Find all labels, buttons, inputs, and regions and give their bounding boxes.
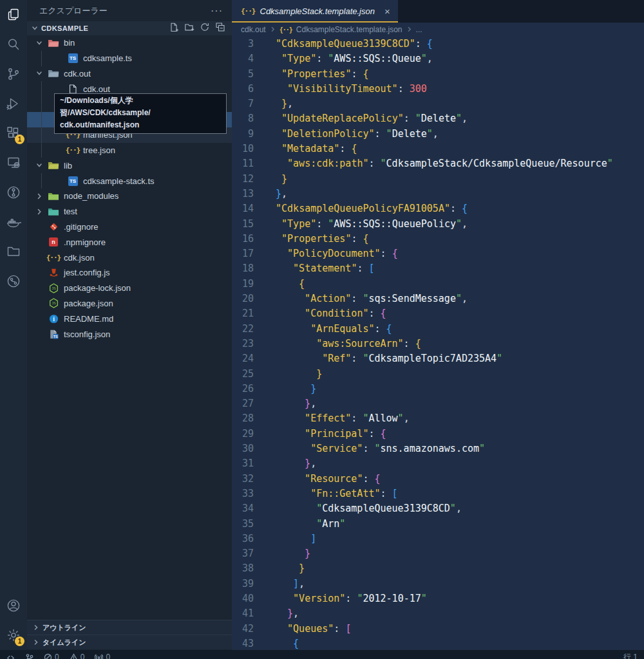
tree-item-label: cdksample-stack.ts xyxy=(83,176,155,186)
line-content: "Type": "AWS::SQS::QueuePolicy", xyxy=(264,217,468,232)
explorer-title: エクスプローラー xyxy=(39,5,108,17)
tree-item-label: .gitignore xyxy=(64,222,98,232)
tree-item-label: cdk.out xyxy=(83,84,110,94)
tree-item-node-modules[interactable]: node_modules xyxy=(27,189,232,204)
more-actions-icon[interactable]: ··· xyxy=(211,5,223,17)
tree-item-package.json[interactable]: JSpackage.json xyxy=(27,296,232,311)
tree-item-label: bin xyxy=(64,38,75,48)
tree-item-label: cdk.json xyxy=(64,253,95,263)
breadcrumb-item[interactable]: ... xyxy=(416,25,422,34)
activity-extensions-icon[interactable]: 1 xyxy=(0,118,27,148)
code-line-4: 4"Type": "AWS::SQS::Queue", xyxy=(232,51,644,66)
line-content: } xyxy=(264,367,322,382)
tree-item-cdksample-stack.ts[interactable]: TScdksample-stack.ts xyxy=(27,173,232,189)
line-number: 3 xyxy=(232,37,264,51)
tree-item-cdk.json[interactable]: {··}cdk.json xyxy=(27,250,232,265)
tree-item-tsconfig.json[interactable]: TStsconfig.json xyxy=(27,326,232,342)
line-content: "PolicyDocument": { xyxy=(264,246,398,261)
activity-settings-icon[interactable]: 1 xyxy=(0,620,27,650)
tree-item-cdk.out[interactable]: cdk.out xyxy=(27,66,232,82)
activity-accounts-icon[interactable] xyxy=(0,591,27,620)
line-content: { xyxy=(264,636,299,651)
code-line-6: 6"VisibilityTimeout": 300 xyxy=(232,82,644,97)
status-branch[interactable] xyxy=(25,653,33,659)
tree-item-jest.config.js[interactable]: jest.config.js xyxy=(27,265,232,281)
tree-item-lib[interactable]: lib xyxy=(27,158,232,173)
code-line-21: 21"Condition": { xyxy=(232,306,644,321)
line-number: 7 xyxy=(232,97,264,111)
vscode-window: { "activity_bar": { "items": [ {"name": … xyxy=(0,0,644,659)
breadcrumb-item[interactable]: cdk.out xyxy=(241,25,266,34)
line-number: 13 xyxy=(232,187,264,201)
tree-item-label: package.json xyxy=(64,299,113,308)
status-broadcast[interactable]: 0 xyxy=(95,653,110,659)
new-file-icon[interactable] xyxy=(169,22,179,35)
status-cursor-position[interactable]: 行 1 xyxy=(623,652,638,659)
tree-item-label: jest.config.js xyxy=(64,268,110,277)
activity-source-control-icon[interactable] xyxy=(0,59,27,89)
chevron-right-icon xyxy=(31,637,41,647)
line-number: 14 xyxy=(232,201,264,216)
collapse-all-icon[interactable] xyxy=(215,22,225,35)
section-header-cdksample[interactable]: CDKSAMPLE xyxy=(27,21,232,35)
badge: 1 xyxy=(15,135,24,144)
chevron-down-icon xyxy=(32,70,46,77)
activity-git-graph-icon[interactable] xyxy=(0,266,27,296)
line-content: "Metadata": { xyxy=(264,142,357,156)
code-line-22: 22"ArnEquals": { xyxy=(232,322,644,337)
timeline-panel-header[interactable]: タイムライン xyxy=(27,635,232,649)
timeline-panel-label: タイムライン xyxy=(43,638,86,647)
code-line-26: 26} xyxy=(232,382,644,396)
node-icon: JS xyxy=(46,298,61,308)
tree-item-.npmignore[interactable]: n.npmignore xyxy=(27,234,232,250)
outline-panel-header[interactable]: アウトライン xyxy=(27,620,232,635)
activity-gitlens-icon[interactable] xyxy=(0,178,27,207)
line-content: "CdksampleQueue3139C8CD": { xyxy=(264,37,433,51)
code-area[interactable]: 3"CdksampleQueue3139C8CD": {4"Type": "AW… xyxy=(232,37,644,659)
status-bar: 000 行 1 xyxy=(0,650,644,659)
tree-item-cdksample.ts[interactable]: TScdksample.ts xyxy=(27,51,232,66)
tree-item-bin[interactable]: bin xyxy=(27,35,232,51)
close-icon[interactable]: × xyxy=(384,6,390,17)
folder-cdkout-icon xyxy=(46,69,61,78)
code-line-34: 34"CdksampleQueue3139C8CD", xyxy=(232,501,644,516)
line-number: 39 xyxy=(232,577,264,591)
activity-remote-explorer-icon[interactable] xyxy=(0,148,27,178)
tree-item-package-lock.json[interactable]: JSpackage-lock.json xyxy=(27,281,232,296)
status-warnings[interactable]: 0 xyxy=(70,653,85,659)
activity-run-and-debug-icon[interactable] xyxy=(0,89,27,118)
status-errors[interactable]: 0 xyxy=(44,653,59,659)
activity-project-manager-icon[interactable] xyxy=(0,237,27,266)
refresh-icon[interactable] xyxy=(200,22,210,35)
code-line-28: 28"Effect": "Allow", xyxy=(232,411,644,426)
breadcrumb-item[interactable]: CdksampleStack.template.json xyxy=(296,25,402,34)
line-number: 9 xyxy=(232,127,264,142)
tsconfig-icon: TS xyxy=(46,330,61,339)
code-line-19: 19{ xyxy=(232,277,644,292)
line-content: "Properties": { xyxy=(264,67,369,82)
file-tree: binTScdksample.tscdk.outcdk.out{··}Cdksa… xyxy=(27,35,232,342)
tree-item-label: package-lock.json xyxy=(64,283,131,293)
code-line-29: 29"Principal": { xyxy=(232,427,644,441)
line-number: 4 xyxy=(232,51,264,66)
line-content: "Fn::GetAtt": [ xyxy=(264,487,398,501)
code-line-35: 35"Arn" xyxy=(232,517,644,532)
tree-item-test[interactable]: test xyxy=(27,204,232,219)
tree-item-.gitignore[interactable]: .gitignore xyxy=(27,219,232,235)
line-number: 17 xyxy=(232,246,264,261)
tooltip-line1: ~/Downloads/個人学習/AWS/CDK/cdksample/ xyxy=(60,95,221,119)
new-folder-icon[interactable] xyxy=(184,22,194,35)
line-number: 41 xyxy=(232,606,264,621)
code-line-27: 27}, xyxy=(232,396,644,411)
line-content: } xyxy=(264,546,310,561)
tree-item-tree.json[interactable]: {··}tree.json xyxy=(27,143,232,158)
tab-cdksamplestack-template-json[interactable]: {··} CdksampleStack.template.json × xyxy=(232,0,398,23)
line-content: "DeletionPolicy": "Delete", xyxy=(264,127,439,142)
activity-search-icon[interactable] xyxy=(0,30,27,59)
status-remote[interactable] xyxy=(6,653,15,659)
tree-item-readme.md[interactable]: iREADME.md xyxy=(27,311,232,326)
line-number: 26 xyxy=(232,382,264,396)
activity-docker-icon[interactable] xyxy=(0,207,27,237)
json-icon: {··} xyxy=(279,26,292,33)
activity-explorer-icon[interactable] xyxy=(0,0,27,30)
